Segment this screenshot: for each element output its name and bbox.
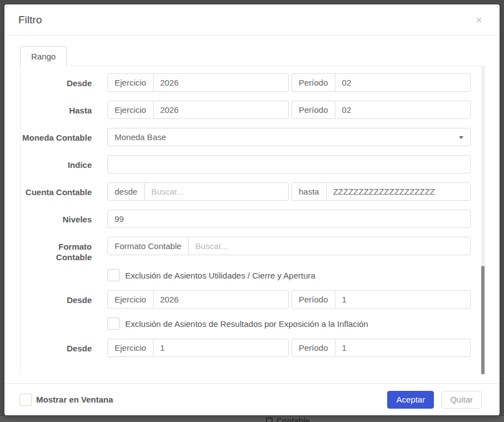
- scrollbar-track[interactable]: [481, 66, 485, 374]
- form-row-exclusion-inflacion: Exclusión de Asientos de Resultados por …: [21, 317, 470, 330]
- form-row-formato-contable: Formato Contable Formato Contable: [21, 237, 470, 262]
- form-row-indice: Indice: [21, 155, 470, 173]
- formato-contable-addon: Formato Contable: [108, 237, 189, 255]
- dialog-header: Filtro ×: [4, 4, 500, 36]
- checkbox-label: Exclusión de Asientos de Resultados por …: [125, 319, 368, 329]
- modal-backdrop: Contable: [0, 415, 504, 422]
- form-row-cuenta-contable: Cuenta Contable desde hasta: [21, 182, 470, 201]
- niveles-input[interactable]: [107, 210, 471, 228]
- form-row-niveles: Niveles: [21, 210, 470, 228]
- aceptar-button[interactable]: Aceptar: [387, 391, 434, 409]
- background-content: Contable: [266, 416, 310, 422]
- desde-addon: desde: [108, 183, 145, 200]
- desde-ejercicio-input[interactable]: [154, 74, 288, 91]
- close-icon[interactable]: ×: [472, 13, 486, 27]
- formato-contable-input[interactable]: [189, 237, 470, 255]
- periodo-addon: Período: [292, 291, 335, 308]
- selected-option: Moneda Base: [115, 132, 166, 142]
- checkbox-label: Exclusión de Asientos Utilidades / Cierr…: [125, 271, 315, 280]
- ejercicio-addon: Ejercicio: [108, 101, 154, 118]
- mostrar-en-ventana-label: Mostrar en Ventana: [36, 395, 113, 404]
- dialog-footer: Mostrar en Ventana Aceptar Quitar: [4, 383, 500, 415]
- ejercicio-addon: Ejercicio: [108, 291, 154, 308]
- row-label: Desde: [21, 290, 92, 309]
- form-row-hasta: Hasta Ejercicio Período: [21, 101, 470, 119]
- form-row-desde-utilidades: Desde Ejercicio Período: [21, 290, 470, 309]
- desde-periodo-input[interactable]: [335, 74, 470, 91]
- tab-rango[interactable]: Rango: [20, 46, 67, 66]
- chevron-down-icon: [459, 136, 463, 139]
- periodo-addon: Período: [292, 101, 335, 118]
- row-label: Desde: [21, 73, 92, 92]
- ejercicio-addon: Ejercicio: [108, 74, 154, 91]
- quitar-button[interactable]: Quitar: [441, 391, 482, 409]
- desde3-ejercicio-input[interactable]: [154, 339, 288, 356]
- hasta-ejercicio-input[interactable]: [154, 101, 288, 118]
- desde3-periodo-input[interactable]: [335, 339, 470, 356]
- form-row-exclusion-utilidades: Exclusión de Asientos Utilidades / Cierr…: [21, 269, 470, 281]
- mostrar-en-ventana-checkbox[interactable]: [19, 394, 32, 406]
- background-content-label: Contable: [276, 416, 310, 422]
- row-label: Desde: [21, 339, 92, 357]
- desde2-periodo-input[interactable]: [335, 291, 470, 308]
- ejercicio-addon: Ejercicio: [108, 339, 154, 356]
- row-label: Niveles: [21, 210, 92, 228]
- row-label: Moneda Contable: [21, 128, 92, 146]
- exclusion-inflacion-checkbox[interactable]: [107, 317, 120, 330]
- desde2-ejercicio-input[interactable]: [154, 291, 288, 308]
- tab-bar: Rango: [20, 46, 500, 66]
- cuenta-hasta-input[interactable]: [327, 183, 470, 200]
- exclusion-utilidades-checkbox[interactable]: [107, 269, 120, 281]
- indice-input[interactable]: [107, 155, 471, 173]
- scrollbar-thumb[interactable]: [481, 266, 485, 374]
- row-label: Formato Contable: [21, 237, 92, 262]
- form-row-moneda-contable: Moneda Contable Moneda Base: [21, 128, 470, 146]
- filter-form-scroll-area: Desde Ejercicio Período Hasta Ejercicio: [20, 66, 485, 374]
- form-row-desde-inflacion: Desde Ejercicio Período: [21, 339, 470, 357]
- row-label: Hasta: [21, 101, 92, 119]
- periodo-addon: Período: [292, 74, 335, 91]
- checkbox-icon: [266, 418, 273, 422]
- cuenta-desde-input[interactable]: [145, 183, 288, 200]
- periodo-addon: Período: [292, 339, 335, 356]
- form-row-desde: Desde Ejercicio Período: [21, 73, 470, 92]
- hasta-periodo-input[interactable]: [335, 101, 470, 118]
- dialog-title: Filtro: [18, 14, 472, 26]
- hasta-addon: hasta: [292, 183, 327, 200]
- moneda-contable-select[interactable]: Moneda Base: [107, 128, 471, 146]
- row-label: Indice: [21, 155, 92, 173]
- filter-dialog: Filtro × Rango Desde Ejercicio Período H…: [4, 4, 500, 415]
- row-label: Cuenta Contable: [21, 182, 92, 201]
